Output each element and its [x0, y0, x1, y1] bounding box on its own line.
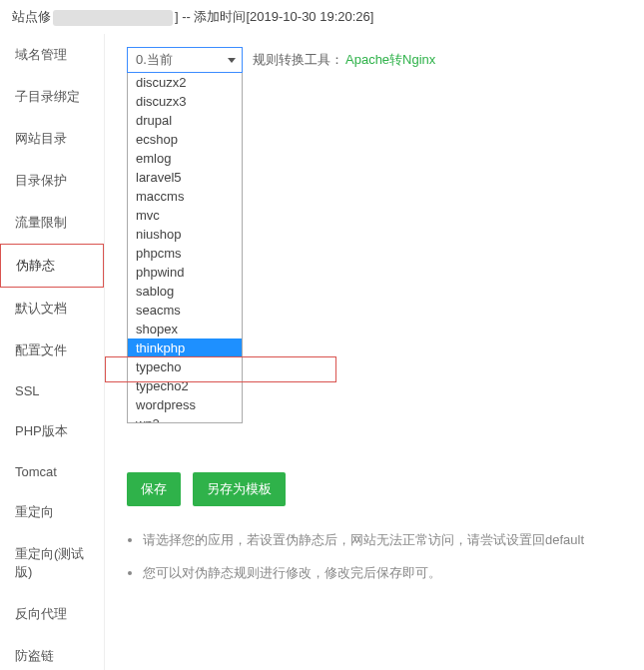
sidebar-item[interactable]: 流量限制 [0, 202, 104, 244]
sidebar-item[interactable]: 默认文档 [0, 288, 104, 330]
dropdown-item[interactable]: typecho2 [128, 376, 242, 395]
dropdown-item[interactable]: phpwind [128, 263, 242, 282]
sidebar-item[interactable]: 域名管理 [0, 34, 104, 76]
title-prefix: 站点修 [12, 9, 51, 24]
sidebar-item[interactable]: 反向代理 [0, 593, 104, 635]
sidebar: 域名管理子目录绑定网站目录目录保护流量限制伪静态默认文档配置文件SSLPHP版本… [0, 34, 105, 670]
sidebar-item[interactable]: 重定向 [0, 491, 104, 533]
dropdown-item[interactable]: thinkphp [128, 338, 242, 357]
dropdown-item[interactable]: mvc [128, 206, 242, 225]
sidebar-item[interactable]: 目录保护 [0, 160, 104, 202]
dropdown-item[interactable]: wp2 [128, 414, 242, 422]
dropdown-item[interactable]: typecho [128, 357, 242, 376]
save-button[interactable]: 保存 [127, 472, 181, 506]
content-panel: 0.当前 规则转换工具： Apache转Nginx discuzx2discuz… [105, 34, 644, 670]
dropdown-item[interactable]: drupal [128, 111, 242, 130]
window-title: 站点修] -- 添加时间[2019-10-30 19:20:26] [0, 0, 644, 34]
select-value: 0.当前 [136, 51, 173, 69]
sidebar-item[interactable]: 配置文件 [0, 330, 104, 371]
hint-item: 您可以对伪静态规则进行修改，修改完后保存即可。 [143, 563, 644, 584]
dropdown-item[interactable]: emlog [128, 149, 242, 168]
dropdown-item[interactable]: discuzx2 [128, 73, 242, 92]
dropdown-item[interactable]: niushop [128, 225, 242, 244]
dropdown-item[interactable]: discuzx3 [128, 92, 242, 111]
rule-select[interactable]: 0.当前 [127, 47, 243, 73]
sidebar-item[interactable]: 重定向(测试版) [0, 533, 104, 593]
dropdown-item[interactable]: wordpress [128, 395, 242, 414]
dropdown-item[interactable]: sablog [128, 282, 242, 301]
title-suffix: ] -- 添加时间[2019-10-30 19:20:26] [175, 9, 373, 24]
hints-list: 请选择您的应用，若设置伪静态后，网站无法正常访问，请尝试设置回default您可… [127, 530, 644, 584]
dropdown-item[interactable]: shopex [128, 320, 242, 338]
sidebar-item[interactable]: PHP版本 [0, 410, 104, 452]
dropdown-item[interactable]: phpcms [128, 244, 242, 263]
rule-dropdown[interactable]: discuzx2discuzx3drupalecshopemloglaravel… [127, 73, 243, 423]
sidebar-item[interactable]: Tomcat [0, 452, 104, 491]
tool-label: 规则转换工具： [253, 51, 343, 69]
redacted-block [53, 10, 173, 26]
sidebar-item[interactable]: 防盗链 [0, 635, 104, 670]
dropdown-item[interactable]: ecshop [128, 130, 242, 149]
sidebar-item[interactable]: SSL [0, 371, 104, 410]
hint-item: 请选择您的应用，若设置伪静态后，网站无法正常访问，请尝试设置回default [143, 530, 644, 551]
sidebar-item[interactable]: 网站目录 [0, 118, 104, 160]
sidebar-item[interactable]: 子目录绑定 [0, 76, 104, 118]
dropdown-item[interactable]: seacms [128, 301, 242, 320]
sidebar-item[interactable]: 伪静态 [0, 244, 104, 288]
tool-link[interactable]: Apache转Nginx [345, 51, 435, 69]
dropdown-item[interactable]: laravel5 [128, 168, 242, 187]
dropdown-item[interactable]: maccms [128, 187, 242, 206]
save-as-template-button[interactable]: 另存为模板 [193, 472, 286, 506]
chevron-down-icon [228, 58, 236, 63]
